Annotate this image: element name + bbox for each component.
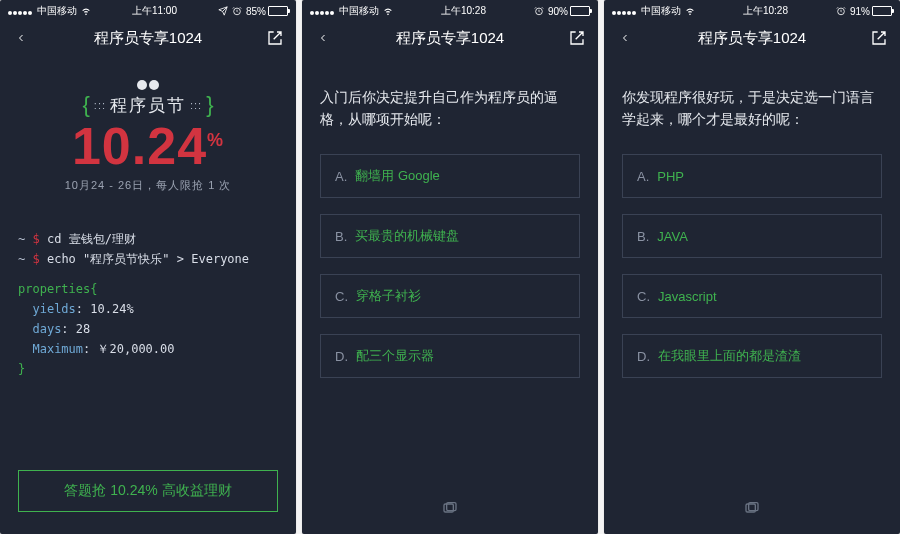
battery-pct-label: 91% (850, 6, 870, 17)
screen1-content: { ::: 程序员节 ::: } 10.24% 10月24 - 26日，每人限抢… (0, 56, 296, 534)
nav-bar: 程序员专享1024 (604, 20, 900, 56)
dots-left-icon: ::: (94, 102, 106, 108)
terminal-block: ~ $ cd 壹钱包/理财 ~ $ echo "程序员节快乐" > Everyo… (18, 229, 278, 379)
option-a[interactable]: A.PHP (622, 154, 882, 198)
props-close: } (18, 359, 278, 379)
carrier-label: 中国移动 (339, 4, 379, 18)
clock-label: 上午10:28 (743, 4, 788, 18)
question-text: 你发现程序很好玩，于是决定选一门语言学起来，哪个才是最好的呢： (622, 86, 882, 130)
three-phone-layout: 中国移动 上午11:00 85% 程序员专享1024 (0, 0, 900, 534)
share-button[interactable] (266, 29, 284, 47)
screen2-content: 入门后你决定提升自己作为程序员的逼格，从哪项开始呢： A.翻墙用 Google … (302, 56, 598, 534)
share-button[interactable] (568, 29, 586, 47)
carrier-label: 中国移动 (641, 4, 681, 18)
phone-screen-3: 中国移动 上午10:28 91% 程序员专享1024 你发现程序很好玩，于是 (604, 0, 900, 534)
wifi-icon (81, 6, 91, 16)
nav-bar: 程序员专享1024 (0, 20, 296, 56)
location-icon (218, 6, 228, 16)
back-button[interactable] (314, 29, 332, 47)
page-title: 程序员专享1024 (30, 29, 266, 48)
battery-pct-label: 90% (548, 6, 568, 17)
footer-logo-icon (604, 500, 900, 516)
signal-dots-icon (8, 6, 33, 17)
option-c[interactable]: C.穿格子衬衫 (320, 274, 580, 318)
term-line-2: ~ $ echo "程序员节快乐" > Everyone (18, 249, 278, 269)
signal-dots-icon (310, 6, 335, 17)
page-title: 程序员专享1024 (634, 29, 870, 48)
hero-subline: 10月24 - 26日，每人限抢 1 次 (18, 178, 278, 193)
option-b[interactable]: B.买最贵的机械键盘 (320, 214, 580, 258)
chevron-left-icon (619, 29, 631, 47)
back-button[interactable] (12, 29, 30, 47)
hero-number-value: 10.24 (72, 117, 207, 175)
hero-block: { ::: 程序员节 ::: } 10.24% 10月24 - 26日，每人限抢… (18, 80, 278, 193)
option-b[interactable]: B.JAVA (622, 214, 882, 258)
phone-screen-1: 中国移动 上午11:00 85% 程序员专享1024 (0, 0, 296, 534)
battery-indicator: 91% (850, 6, 892, 17)
festival-label: 程序员节 (110, 94, 186, 117)
battery-pct-label: 85% (246, 6, 266, 17)
clock-label: 上午11:00 (132, 4, 177, 18)
option-a[interactable]: A.翻墙用 Google (320, 154, 580, 198)
question-text: 入门后你决定提升自己作为程序员的逼格，从哪项开始呢： (320, 86, 580, 130)
battery-indicator: 85% (246, 6, 288, 17)
alarm-icon (836, 6, 846, 16)
nav-bar: 程序员专享1024 (302, 20, 598, 56)
glasses-icon (18, 80, 278, 90)
prop-days: days: 28 (18, 319, 278, 339)
dots-right-icon: ::: (190, 102, 202, 108)
phone-screen-2: 中国移动 上午10:28 90% 程序员专享1024 入门后你决定提升自己作 (302, 0, 598, 534)
cta-button[interactable]: 答题抢 10.24% 高收益理财 (18, 470, 278, 512)
option-d[interactable]: D.在我眼里上面的都是渣渣 (622, 334, 882, 378)
props-open: properties{ (18, 279, 278, 299)
wifi-icon (383, 6, 393, 16)
share-icon (267, 30, 283, 46)
share-button[interactable] (870, 29, 888, 47)
wifi-icon (685, 6, 695, 16)
share-icon (569, 30, 585, 46)
options-list: A.翻墙用 Google B.买最贵的机械键盘 C.穿格子衬衫 D.配三个显示器 (320, 154, 580, 378)
hero-number: 10.24% (18, 120, 278, 172)
brace-right-icon: } (206, 92, 213, 118)
signal-dots-icon (612, 6, 637, 17)
footer-logo-icon (302, 500, 598, 516)
option-c[interactable]: C.Javascript (622, 274, 882, 318)
chevron-left-icon (317, 29, 329, 47)
status-bar: 中国移动 上午10:28 91% (604, 0, 900, 20)
screen3-content: 你发现程序很好玩，于是决定选一门语言学起来，哪个才是最好的呢： A.PHP B.… (604, 56, 900, 534)
status-bar: 中国移动 上午11:00 85% (0, 0, 296, 20)
back-button[interactable] (616, 29, 634, 47)
option-d[interactable]: D.配三个显示器 (320, 334, 580, 378)
page-title: 程序员专享1024 (332, 29, 568, 48)
hero-number-pct: % (207, 130, 224, 150)
carrier-label: 中国移动 (37, 4, 77, 18)
options-list: A.PHP B.JAVA C.Javascript D.在我眼里上面的都是渣渣 (622, 154, 882, 378)
clock-label: 上午10:28 (441, 4, 486, 18)
status-bar: 中国移动 上午10:28 90% (302, 0, 598, 20)
alarm-icon (534, 6, 544, 16)
battery-indicator: 90% (548, 6, 590, 17)
brace-left-icon: { (82, 92, 89, 118)
alarm-icon (232, 6, 242, 16)
term-line-1: ~ $ cd 壹钱包/理财 (18, 229, 278, 249)
prop-max: Maximum: ￥20,000.00 (18, 339, 278, 359)
prop-yields: yields: 10.24% (18, 299, 278, 319)
chevron-left-icon (15, 29, 27, 47)
share-icon (871, 30, 887, 46)
